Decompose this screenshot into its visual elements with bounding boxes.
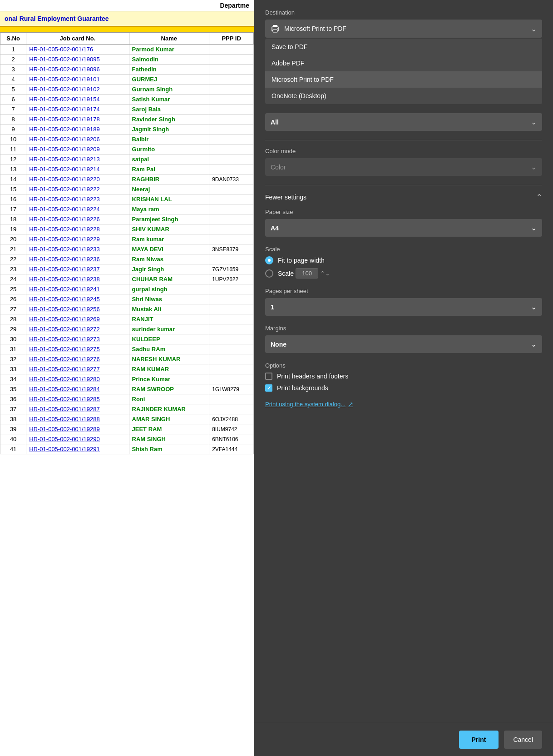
cell-jobcard[interactable]: HR-01-005-002-001/19223: [26, 194, 129, 204]
table-row: 4HR-01-005-002-001/19101GURMEJ: [0, 75, 254, 85]
cell-jobcard[interactable]: HR-01-005-002-001/19241: [26, 284, 129, 294]
cell-sno: 22: [0, 254, 26, 264]
cell-jobcard[interactable]: HR-01-005-002-001/19273: [26, 334, 129, 344]
cell-jobcard[interactable]: HR-01-005-002-001/19276: [26, 354, 129, 364]
svg-rect-1: [273, 30, 277, 32]
cell-jobcard[interactable]: HR-01-005-002-001/19277: [26, 364, 129, 374]
cell-sno: 14: [0, 174, 26, 184]
cell-jobcard[interactable]: HR-01-005-002-001/19290: [26, 434, 129, 444]
cell-jobcard[interactable]: HR-01-005-002-001/19226: [26, 214, 129, 224]
cell-jobcard[interactable]: HR-01-005-002-001/19285: [26, 394, 129, 404]
color-dropdown[interactable]: Color ⌄: [265, 158, 542, 176]
pages-per-sheet-label: Pages per sheet: [265, 288, 542, 294]
fewer-settings-toggle[interactable]: Fewer settings ⌃: [265, 193, 542, 201]
doc-title-row: onal Rural Employment Guarantee: [0, 11, 254, 27]
cell-jobcard[interactable]: HR-01-005-002-001/19236: [26, 254, 129, 264]
scale-value-input[interactable]: [296, 268, 318, 279]
table-row: 3HR-01-005-002-001/19096Fathedin: [0, 65, 254, 75]
cell-pppid: [209, 45, 254, 55]
cell-jobcard[interactable]: HR-01-005-002-001/19189: [26, 124, 129, 134]
cell-jobcard[interactable]: HR-01-005-002-001/19209: [26, 144, 129, 154]
table-row: 39HR-01-005-002-001/19289JEET RAM8IUM974…: [0, 424, 254, 434]
cell-sno: 39: [0, 424, 26, 434]
margins-dropdown[interactable]: None ⌄: [265, 335, 542, 353]
col-pppid: PPP ID: [209, 33, 254, 45]
scale-fit-option[interactable]: Fit to page width: [265, 256, 542, 264]
cell-jobcard[interactable]: HR-01-005-002-001/19101: [26, 75, 129, 85]
cell-jobcard[interactable]: HR-01-005-002-001/19220: [26, 174, 129, 184]
cell-sno: 33: [0, 364, 26, 374]
table-row: 2HR-01-005-002-001/19095Salmodin: [0, 55, 254, 65]
cell-jobcard[interactable]: HR-01-005-002-001/19102: [26, 85, 129, 94]
cell-jobcard[interactable]: HR-01-005-002-001/19289: [26, 424, 129, 434]
paper-size-dropdown[interactable]: A4 ⌄: [265, 219, 542, 237]
table-row: 30HR-01-005-002-001/19273KULDEEP: [0, 334, 254, 344]
cell-jobcard[interactable]: HR-01-005-002-001/19178: [26, 114, 129, 124]
cell-jobcard[interactable]: HR-01-005-002-001/19245: [26, 294, 129, 304]
cell-jobcard[interactable]: HR-01-005-002-001/19238: [26, 274, 129, 284]
cell-name: Maya ram: [129, 204, 209, 214]
print-headers-checkbox[interactable]: [265, 373, 272, 380]
destination-dropdown[interactable]: Microsoft Print to PDF ⌄: [265, 20, 542, 38]
cancel-button[interactable]: Cancel: [504, 731, 542, 749]
cell-jobcard[interactable]: HR-01-005-002-001/19213: [26, 154, 129, 164]
print-button[interactable]: Print: [459, 731, 499, 749]
cell-jobcard[interactable]: HR-01-005-002-001/19228: [26, 224, 129, 234]
cell-jobcard[interactable]: HR-01-005-002-001/19214: [26, 164, 129, 174]
cell-sno: 31: [0, 344, 26, 354]
dest-option-ms-print[interactable]: Microsoft Print to PDF: [265, 71, 542, 88]
pages-per-sheet-dropdown[interactable]: 1 ⌄: [265, 298, 542, 316]
cell-jobcard[interactable]: HR-01-005-002-001/19275: [26, 344, 129, 354]
margins-value: None: [271, 341, 531, 348]
table-row: 26HR-01-005-002-001/19245Shri Niwas: [0, 294, 254, 304]
scale-custom-radio[interactable]: [265, 269, 273, 278]
cell-jobcard[interactable]: HR-01-005-002-001/19288: [26, 414, 129, 424]
dest-option-adobe-pdf[interactable]: Adobe PDF: [265, 55, 542, 71]
cell-name: Gurmito: [129, 144, 209, 154]
destination-section: Destination Microsoft Print to PDF ⌄ Sav…: [265, 9, 542, 104]
print-headers-option[interactable]: Print headers and footers: [265, 373, 542, 380]
cell-jobcard[interactable]: HR-01-005-002-001/19095: [26, 55, 129, 65]
cell-jobcard[interactable]: HR-01-005-002-001/19256: [26, 304, 129, 314]
cell-jobcard[interactable]: HR-01-005-002-001/19154: [26, 94, 129, 104]
cell-jobcard[interactable]: HR-01-005-002-001/19287: [26, 404, 129, 414]
table-row: 15HR-01-005-002-001/19222Neeraj: [0, 184, 254, 194]
system-dialog-link[interactable]: Print using the system dialog... ↗: [265, 401, 542, 408]
cell-jobcard[interactable]: HR-01-005-002-001/19269: [26, 314, 129, 324]
cell-jobcard[interactable]: HR-01-005-002-001/19222: [26, 184, 129, 194]
table-row: 38HR-01-005-002-001/19288AMAR SINGH6OJX2…: [0, 414, 254, 424]
dest-option-save-pdf[interactable]: Save to PDF: [265, 39, 542, 55]
destination-chevron-icon: ⌄: [531, 25, 537, 33]
cell-jobcard[interactable]: HR-01-005-002-001/19272: [26, 324, 129, 334]
cell-pppid: 6BNT6106: [209, 434, 254, 444]
scale-fit-radio[interactable]: [265, 256, 273, 264]
destination-menu: Save to PDF Adobe PDF Microsoft Print to…: [265, 39, 542, 104]
cell-jobcard[interactable]: HR-01-005-002-001/19233: [26, 244, 129, 254]
scale-options: Fit to page width Scale ⌃⌄: [265, 256, 542, 279]
cell-name: Ravinder Singh: [129, 114, 209, 124]
print-backgrounds-option[interactable]: Print backgrounds: [265, 384, 542, 392]
divider-1: [265, 140, 542, 140]
cell-pppid: [209, 354, 254, 364]
scale-custom-option[interactable]: Scale ⌃⌄: [265, 268, 542, 279]
cell-jobcard[interactable]: HR-01-005-002-001/19280: [26, 374, 129, 384]
table-row: 22HR-01-005-002-001/19236Ram Niwas: [0, 254, 254, 264]
paper-size-section: Paper size A4 ⌄: [265, 209, 542, 237]
cell-sno: 3: [0, 65, 26, 75]
pps-chevron-icon: ⌄: [531, 303, 537, 311]
cell-jobcard[interactable]: HR-01-005-002-001/19206: [26, 134, 129, 144]
cell-jobcard[interactable]: HR-01-005-002-001/19284: [26, 384, 129, 394]
cell-jobcard[interactable]: HR-01-005-002-001/19229: [26, 234, 129, 244]
cell-jobcard[interactable]: HR-01-005-002-001/19224: [26, 204, 129, 214]
cell-jobcard[interactable]: HR-01-005-002-001/19174: [26, 104, 129, 114]
cell-jobcard[interactable]: HR-01-005-002-001/19096: [26, 65, 129, 75]
cell-jobcard[interactable]: HR-01-005-002-001/19291: [26, 444, 129, 454]
print-backgrounds-checkbox[interactable]: [265, 384, 272, 392]
cell-pppid: [209, 65, 254, 75]
cell-name: Mustak Ali: [129, 304, 209, 314]
cell-jobcard[interactable]: HR-01-005-002-001/19237: [26, 264, 129, 274]
cell-jobcard[interactable]: HR-01-005-002-001/176: [26, 45, 129, 55]
cell-pppid: [209, 204, 254, 214]
pages-dropdown[interactable]: All ⌄: [265, 113, 542, 131]
dest-option-onenote[interactable]: OneNote (Desktop): [265, 88, 542, 104]
